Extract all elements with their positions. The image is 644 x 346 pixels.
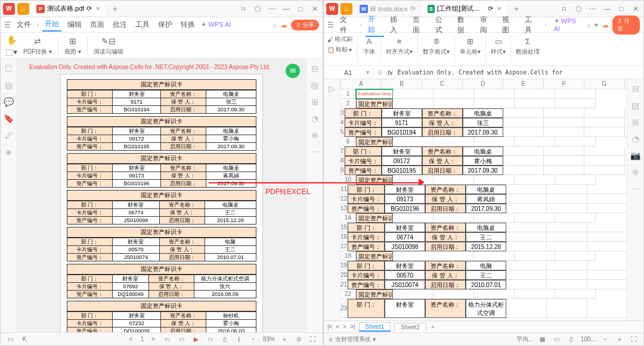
fx-icon[interactable]: fx (388, 69, 393, 76)
dots-icon[interactable]: ⋯ (311, 147, 319, 157)
menu-page[interactable]: 页面 (88, 18, 107, 31)
more-icon[interactable]: ⋯ (267, 5, 277, 13)
minimize-icon[interactable]: — (602, 5, 612, 13)
layers-icon[interactable]: ◈ (5, 147, 12, 157)
read-edit-icon[interactable]: ✎⊟ (103, 36, 114, 46)
read-edit-label[interactable]: 阅读与编辑 (94, 48, 123, 56)
star-icon[interactable]: ▤ (311, 80, 318, 90)
add-sheet-icon[interactable]: ＋ (430, 323, 436, 331)
next-page-icon[interactable]: > (148, 336, 158, 342)
font-label[interactable]: 字体 (363, 48, 375, 56)
camera-icon[interactable]: 📷 (630, 151, 640, 160)
scan-icon[interactable]: ⌑ (238, 5, 249, 13)
close-window-icon[interactable]: ✕ (309, 5, 320, 13)
cell-label[interactable]: 单元格▾ (460, 48, 481, 56)
view-mode1-icon[interactable]: ▭ (163, 336, 172, 342)
wps-ai-button[interactable]: ✦ WPS AI (554, 17, 583, 32)
page-view-icon[interactable]: ▭ (552, 336, 562, 342)
tab-pdf[interactable]: P 测试表格.pdf ⟳ ✕ (32, 2, 105, 16)
bookmark-icon[interactable]: ☐ (5, 64, 13, 73)
add-tab-button[interactable]: ＋ (509, 4, 524, 14)
fit-icon[interactable]: ⊞ (67, 36, 79, 46)
outline-icon[interactable]: 💬 (4, 97, 14, 107)
name-box[interactable]: A1▾ (340, 68, 374, 76)
more-icon[interactable]: ⋯ (587, 5, 598, 13)
status-thumb-icon[interactable]: ▭ (5, 336, 15, 342)
clock-icon[interactable]: ◔ (632, 134, 639, 144)
cube-icon[interactable]: ⬡ (573, 5, 584, 13)
scan-icon[interactable]: ⌑ (559, 5, 569, 13)
attachment-icon[interactable]: 🔖 (4, 114, 14, 123)
style-label[interactable]: 样式▾ (491, 48, 506, 56)
reload-icon[interactable]: ⟳ (410, 5, 416, 13)
zoom-in-icon[interactable]: ＋ (615, 335, 624, 344)
formula-input[interactable]: Evaluation Only. Created with Aspose.Cel… (398, 69, 563, 76)
view-label[interactable]: 视图 ▾ (64, 48, 81, 56)
paste-button[interactable]: 📋 粘贴 ▾ (327, 45, 352, 54)
menu-protect[interactable]: 保护 (156, 18, 175, 31)
mode-icon[interactable]: ▯ (566, 336, 576, 342)
first-sheet-icon[interactable]: |< (327, 323, 332, 330)
sheet2-tab[interactable]: Sheet2 (394, 323, 426, 331)
next-sheet-icon[interactable]: > (343, 323, 346, 330)
prev-page-icon[interactable]: < (126, 336, 135, 342)
menu-comment[interactable]: 批注 (110, 18, 129, 31)
menu-start[interactable]: 开始 (42, 18, 61, 32)
normal-view-icon[interactable]: ▦ (538, 336, 547, 342)
number-label[interactable]: 数字格式▾ (423, 48, 450, 56)
fullscreen-icon[interactable]: ⛶ (629, 336, 639, 342)
hamburger-icon[interactable]: ☰ (327, 21, 334, 29)
zoom-level[interactable]: 83% (263, 336, 275, 342)
font-icon[interactable]: A (363, 35, 376, 47)
cloud-icon[interactable]: ☁ (280, 21, 287, 29)
view-single-icon[interactable]: ▯ (220, 336, 230, 342)
fullscreen-icon[interactable]: ⛶ (308, 336, 318, 342)
search-icon[interactable]: ⌕ (587, 21, 591, 29)
reload-icon[interactable]: ⟳ (488, 5, 493, 13)
cancel-formula-icon[interactable]: ⊙ (377, 68, 383, 76)
close-icon[interactable]: ✕ (95, 5, 100, 12)
maximize-icon[interactable]: □ (616, 5, 627, 13)
align-icon[interactable]: ≡ (393, 35, 406, 47)
view-mode2-icon[interactable]: ▭ (177, 336, 187, 342)
maximize-icon[interactable]: □ (295, 5, 306, 13)
close-icon[interactable]: ✕ (497, 5, 501, 12)
view-mode4-icon[interactable]: ▭ (206, 336, 215, 342)
minimize-icon[interactable]: — (281, 5, 292, 13)
format-painter-button[interactable]: 🖌 格式刷 (327, 35, 352, 43)
pdf-viewport[interactable]: Evaluation Only. Created with Aspose.Cel… (17, 59, 306, 332)
last-sheet-icon[interactable]: >| (350, 323, 355, 330)
share-button[interactable]: ⇧ 分享 (291, 20, 319, 30)
reload-icon[interactable]: ⟳ (86, 5, 92, 13)
pushpin-icon[interactable]: ⊟ (632, 84, 639, 93)
home-tab-icon[interactable]: ⌂ (340, 3, 352, 15)
page-number[interactable]: 1 (140, 336, 144, 342)
align-label[interactable]: 对齐方式▾ (386, 48, 413, 56)
sheet1-tab[interactable]: Sheet1 (359, 322, 391, 332)
chat-bubble-icon[interactable]: ✉ (286, 64, 300, 78)
cube-icon[interactable]: ⬡ (252, 5, 263, 13)
select-tool-icon[interactable]: ⬚▾ (5, 46, 17, 57)
dots-icon[interactable]: ⋯ (631, 184, 640, 194)
share-button[interactable]: ⇧ 分享 (612, 15, 640, 35)
prev-sheet-icon[interactable]: < (336, 323, 339, 330)
plus-icon[interactable]: ⊕ (632, 167, 639, 177)
system-button[interactable]: ⊙ 业财管理系统 ▾ (329, 335, 376, 344)
style-icon[interactable]: ▭ (492, 35, 505, 47)
thumbnail-icon[interactable]: ▤ (5, 80, 13, 90)
view-mode3-icon[interactable]: ▶ (191, 336, 201, 342)
hamburger-icon[interactable]: ☰ (4, 21, 11, 29)
clock-icon[interactable]: ◔ (311, 114, 318, 123)
cloud-icon[interactable]: ☁ (602, 21, 609, 29)
select-icon[interactable]: ▤ (631, 101, 639, 110)
add-tab-button[interactable]: ＋ (107, 4, 123, 14)
zoom-out-icon[interactable]: − (600, 336, 610, 342)
menu-edit[interactable]: 编辑 (65, 18, 84, 31)
play-icon[interactable]: ▷ (329, 84, 335, 93)
number-icon[interactable]: ⑤ (430, 35, 443, 47)
signature-icon[interactable]: 🖊 (5, 130, 13, 140)
file-menu[interactable]: 文件 (14, 18, 33, 31)
link-icon[interactable]: ⊕ (311, 130, 318, 140)
status-arrow-icon[interactable]: K (20, 336, 29, 342)
zoom-in-icon[interactable]: ＋ (280, 335, 289, 344)
